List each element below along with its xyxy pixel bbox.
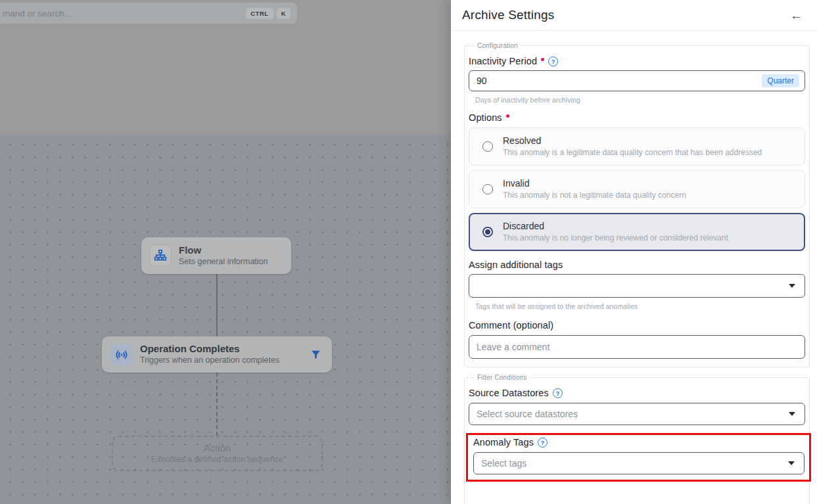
option-description: This anomaly is a legitimate data qualit… xyxy=(503,147,762,158)
operation-completes-node[interactable]: Operation Completes Triggers when an ope… xyxy=(102,336,332,373)
inactivity-period-input[interactable]: 90 Quarter xyxy=(469,70,805,91)
assign-tags-label: Assign additional tags xyxy=(469,260,563,270)
source-datastores-label: Source Datastores xyxy=(469,388,549,398)
inactivity-period-label: Inactivity Period xyxy=(469,56,537,66)
comment-label: Comment (optional) xyxy=(469,320,553,331)
search-input[interactable] xyxy=(3,9,243,18)
kbd-ctrl: CTRL xyxy=(246,8,273,19)
node-subtitle: Sets general information xyxy=(179,257,283,267)
node-title: Action xyxy=(204,442,231,455)
command-search-bar[interactable]: CTRL K xyxy=(0,3,297,24)
filter-conditions-legend: Filter Conditions xyxy=(474,374,530,381)
panel-header: Archive Settings ← xyxy=(451,0,817,31)
help-icon[interactable]: ? xyxy=(553,388,563,398)
help-icon[interactable]: ? xyxy=(548,57,558,66)
source-datastores-placeholder: Select source datastores xyxy=(477,409,578,419)
required-dot-icon xyxy=(541,58,544,61)
kbd-k: K xyxy=(277,8,291,19)
node-subtitle: Executes a defined action sequence xyxy=(151,455,283,465)
panel-title: Archive Settings xyxy=(462,8,555,22)
inactivity-helper-text: Days of inactivity before archiving xyxy=(475,96,805,104)
sitemap-icon xyxy=(149,244,172,267)
option-title: Invalid xyxy=(503,177,686,190)
filter-conditions-section: Filter Conditions Source Datastores ? Se… xyxy=(464,374,810,504)
node-title: Flow xyxy=(179,244,283,257)
option-title: Discarded xyxy=(503,220,728,233)
source-datastores-select[interactable]: Select source datastores xyxy=(469,403,805,425)
connector-flow-to-trigger xyxy=(216,274,218,336)
configuration-legend: Configuration xyxy=(474,42,521,49)
chevron-down-icon xyxy=(789,284,795,288)
configuration-section: Configuration Inactivity Period ? 90 Qua… xyxy=(464,42,810,367)
highlight-box: Anomaly Tags ? Select tags xyxy=(466,433,811,482)
chevron-down-icon xyxy=(789,412,795,416)
option-discarded[interactable]: Discarded This anomaly is no longer bein… xyxy=(469,213,805,251)
radio-icon xyxy=(482,184,493,195)
assign-tags-helper-text: Tags that will be assigned to the archiv… xyxy=(475,302,805,310)
broadcast-icon xyxy=(110,344,133,366)
option-description: This anomaly is not a legitimate data qu… xyxy=(503,190,686,200)
chevron-down-icon xyxy=(788,461,795,465)
anomaly-tags-placeholder: Select tags xyxy=(481,458,526,469)
filter-icon[interactable] xyxy=(310,349,321,360)
anomaly-tags-label: Anomaly Tags xyxy=(473,437,534,447)
inactivity-period-value: 90 xyxy=(477,76,762,86)
flow-node[interactable]: Flow Sets general information xyxy=(141,237,291,274)
connector-trigger-to-action xyxy=(216,373,218,436)
node-subtitle: Triggers when an operation completes xyxy=(140,355,304,366)
node-title: Operation Completes xyxy=(140,343,304,355)
archive-settings-panel: Archive Settings ← Configuration Inactiv… xyxy=(451,0,817,504)
radio-icon xyxy=(482,141,493,152)
option-title: Resolved xyxy=(503,135,762,147)
radio-selected-icon xyxy=(482,227,493,237)
required-dot-icon xyxy=(506,114,509,118)
option-description: This anomaly is no longer being reviewed… xyxy=(503,233,728,243)
option-resolved[interactable]: Resolved This anomaly is a legitimate da… xyxy=(469,127,805,166)
assign-tags-select[interactable] xyxy=(469,274,805,298)
unit-badge[interactable]: Quarter xyxy=(762,74,799,87)
back-arrow-icon[interactable]: ← xyxy=(787,8,805,23)
comment-input[interactable] xyxy=(469,335,805,359)
flow-canvas: CTRL K Flow Sets general information xyxy=(0,0,451,504)
options-label: Options xyxy=(469,112,502,123)
action-placeholder-node[interactable]: Action Executes a defined action sequenc… xyxy=(112,436,323,471)
option-invalid[interactable]: Invalid This anomaly is not a legitimate… xyxy=(469,170,805,208)
anomaly-tags-select[interactable]: Select tags xyxy=(473,452,805,474)
help-icon[interactable]: ? xyxy=(538,438,548,447)
